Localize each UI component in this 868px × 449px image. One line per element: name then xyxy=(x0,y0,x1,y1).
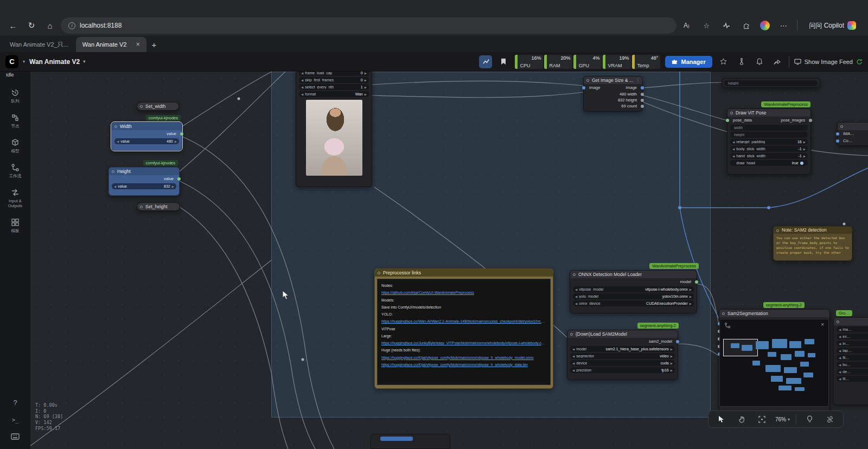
collapse-dot[interactable] xyxy=(776,229,779,232)
link-line[interactable]: https://huggingface.co/Kijai/vitpose_com… xyxy=(381,361,546,368)
widget-row[interactable]: ◀ device cuda ▶ xyxy=(570,360,675,366)
widget-row[interactable]: ◀ vitpose_model vitpose-l-wholebody.onnx… xyxy=(573,286,694,292)
increment-arrow[interactable]: ▶ xyxy=(172,185,174,188)
sidebar-item-nodes[interactable]: 节点 xyxy=(1,110,29,132)
node-draw-vit-pose[interactable]: WanAnimatePreprocess Draw ViT Pose pose_… xyxy=(727,108,811,175)
decrement-arrow[interactable]: ◀ xyxy=(301,86,303,89)
increment-arrow[interactable]: ▶ xyxy=(365,72,367,75)
link-line[interactable]: Save into ComfyUI/models/detection xyxy=(381,304,546,311)
output-port[interactable] xyxy=(809,119,812,122)
node-header[interactable]: Height xyxy=(109,168,179,175)
output-port[interactable] xyxy=(641,93,644,96)
favorite-star-icon[interactable]: ☆ xyxy=(700,19,713,32)
collapse-dot[interactable] xyxy=(722,312,725,315)
collapse-dot[interactable] xyxy=(586,79,589,82)
minimap-panel[interactable]: × xyxy=(719,319,829,407)
decrement-arrow[interactable]: ◀ xyxy=(732,155,735,158)
increment-arrow[interactable]: ▶ xyxy=(803,140,806,144)
decrement-arrow[interactable]: ◀ xyxy=(839,370,841,374)
output-port[interactable] xyxy=(641,86,644,89)
input-port[interactable] xyxy=(726,119,729,122)
decrement-arrow[interactable]: ◀ xyxy=(572,348,575,351)
link-line[interactable]: Large: xyxy=(381,332,546,339)
output-port[interactable] xyxy=(177,177,181,181)
widget-row[interactable]: ◀ body_stick_width -1 ▶ xyxy=(730,146,808,152)
sidebar-item-workflows[interactable]: 工作流 xyxy=(1,159,29,182)
converted-input-row[interactable]: height xyxy=(730,132,808,138)
node-header[interactable]: Width xyxy=(112,123,182,130)
input-port[interactable] xyxy=(582,86,585,89)
decrement-arrow[interactable]: ◀ xyxy=(839,349,841,352)
minimap-viewport[interactable] xyxy=(723,339,758,356)
tab-active[interactable]: Wan Animate V2 × xyxy=(76,37,146,52)
decrement-arrow[interactable]: ◀ xyxy=(839,342,841,345)
widget-row[interactable]: ◀ tap… xyxy=(837,348,868,354)
refresh-green-icon[interactable] xyxy=(856,59,863,65)
increment-arrow[interactable]: ▶ xyxy=(671,348,673,351)
site-info-icon[interactable]: i xyxy=(68,22,75,29)
lightbulb-button[interactable] xyxy=(802,413,816,426)
widget-row[interactable]: ◀ format Wan ▶ xyxy=(299,91,369,97)
node-sam2-loader[interactable]: segment-anything-2 (Down)Load SAM2Model … xyxy=(567,330,678,380)
widget-row[interactable]: height xyxy=(724,80,818,86)
decrement-arrow[interactable]: ◀ xyxy=(301,93,303,96)
home-button[interactable]: ⌂ xyxy=(42,18,58,33)
refresh-button[interactable]: ↻ xyxy=(24,18,39,33)
widget-row[interactable]: ◀ yolo_model yolov10m.onnx ▶ xyxy=(573,293,694,299)
node-preprocessor-links[interactable]: Preprocessor links Nodes: https://github… xyxy=(374,268,553,389)
links-text-area[interactable]: Nodes: https://github.com/kijai/ComfyUI-… xyxy=(377,279,551,385)
node-header[interactable]: Note: SAM2 detection xyxy=(774,227,852,234)
collapse-dot[interactable] xyxy=(573,273,576,276)
input-port[interactable] xyxy=(836,139,839,143)
back-button[interactable]: ← xyxy=(5,18,21,33)
widget-row[interactable]: ◀ segmentor video ▶ xyxy=(570,353,675,359)
collapse-dot[interactable] xyxy=(140,105,143,108)
bookmark-icon[interactable] xyxy=(497,55,510,68)
node-height[interactable]: comfyui-kjnodes Height value ◀ value 832… xyxy=(108,167,180,196)
link-line[interactable]: https://huggingface.co/Kijai/vitpose_com… xyxy=(381,354,546,361)
sidebar-terminal-button[interactable]: >_ xyxy=(1,413,29,427)
increment-arrow[interactable]: ▶ xyxy=(365,86,367,89)
increment-arrow[interactable]: ▶ xyxy=(690,288,692,291)
flask-icon[interactable] xyxy=(735,55,748,68)
collapse-dot[interactable] xyxy=(840,125,843,128)
widget-row[interactable]: ◀ frame_load_cap 0 ▶ xyxy=(299,72,369,76)
widget-row[interactable]: ◀ ex… xyxy=(837,333,868,339)
node-header[interactable]: Get Image Size & ...⋮ xyxy=(584,76,642,84)
widget-row[interactable]: ◀ onnx_device CUDAExecutionProvider ▶ xyxy=(573,300,694,306)
node-note-sam2[interactable]: Note: SAM2 detection You can use either … xyxy=(773,226,852,261)
increment-arrow[interactable]: ▶ xyxy=(365,93,367,96)
widget-row[interactable]: ◀ draw_head true ▶ xyxy=(730,160,808,166)
link-line[interactable]: YOLO: xyxy=(381,311,546,318)
increment-arrow[interactable]: ▶ xyxy=(365,79,367,82)
decrement-arrow[interactable]: ◀ xyxy=(839,335,841,338)
link-line[interactable]: https://github.com/kijai/ComfyUI-WanAnim… xyxy=(381,289,546,296)
widget-row[interactable]: ◀ retarget_padding 16 ▶ xyxy=(730,139,808,145)
decrement-arrow[interactable]: ◀ xyxy=(572,362,575,365)
link-line[interactable]: Models: xyxy=(381,297,546,304)
sidebar-item-input-outputs[interactable]: Input & Outputs xyxy=(1,184,29,212)
node-header[interactable]: Sam2Segmentation xyxy=(719,310,829,317)
decrement-arrow[interactable]: ◀ xyxy=(572,355,575,358)
decrement-arrow[interactable]: ◀ xyxy=(732,147,735,151)
url-input[interactable]: i localhost:8188 xyxy=(61,17,676,34)
decrement-arrow[interactable]: ◀ xyxy=(839,377,841,381)
increment-arrow[interactable]: ▶ xyxy=(690,302,692,305)
widget-row[interactable]: ◀ select_every_nth 1 ▶ xyxy=(299,84,369,90)
widget-row[interactable]: ◀ ma… xyxy=(837,326,868,332)
increment-arrow[interactable]: ▶ xyxy=(671,362,673,365)
node-header[interactable]: ONNX Detection Model Loader xyxy=(570,271,697,278)
tab-close-icon[interactable]: × xyxy=(136,41,140,48)
output-port[interactable] xyxy=(695,280,698,284)
zoom-level-dropdown[interactable]: 76% ▾ xyxy=(775,416,790,422)
widget-row[interactable]: ◀ skip_first_frames 0 ▶ xyxy=(299,77,369,83)
widget-row[interactable]: ◀ precision fp16 ▶ xyxy=(570,367,675,373)
widget-row[interactable]: ◀ bu… xyxy=(837,362,868,368)
toggle-dot[interactable] xyxy=(800,162,803,165)
node-partial-right-bottom[interactable]: Gro… ◀ ma… ◀ ex… ◀ in… ◀ tap… ◀ xyxy=(833,317,868,405)
decrement-arrow[interactable]: ◀ xyxy=(839,363,841,367)
extensions-icon[interactable] xyxy=(740,19,753,32)
node-header[interactable]: Draw ViT Pose xyxy=(727,109,810,117)
new-tab-button[interactable]: + xyxy=(148,38,161,51)
node-get-image-size[interactable]: Get Image Size & ...⋮ image image 480 wi… xyxy=(583,76,643,112)
